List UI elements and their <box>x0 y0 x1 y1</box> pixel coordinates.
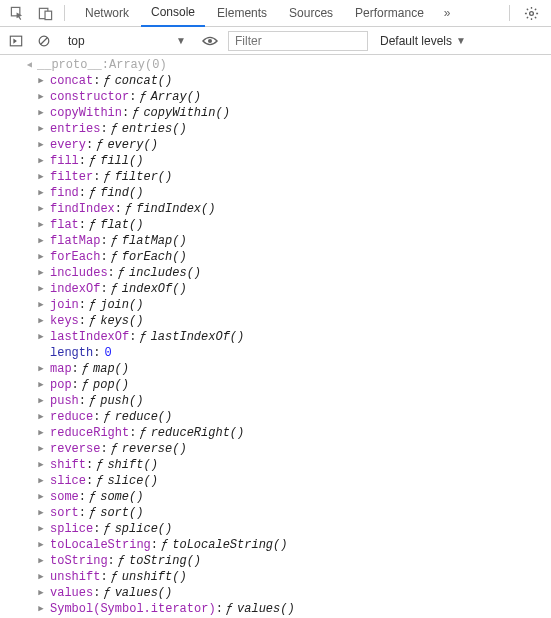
tab-console[interactable]: Console <box>141 0 205 27</box>
expand-right-icon: ▶ <box>36 473 46 489</box>
method-row[interactable]: ▶reduceRight:ƒreduceRight() <box>0 425 551 441</box>
fn-name: splice() <box>115 521 173 537</box>
method-row[interactable]: ▶findIndex:ƒfindIndex() <box>0 201 551 217</box>
method-row[interactable]: ▶reduce:ƒreduce() <box>0 409 551 425</box>
fn-name: push() <box>100 393 143 409</box>
method-row[interactable]: ▶sort:ƒsort() <box>0 505 551 521</box>
fn-name: lastIndexOf() <box>151 329 245 345</box>
method-row[interactable]: ▶copyWithin:ƒcopyWithin() <box>0 105 551 121</box>
method-row[interactable]: ▶includes:ƒincludes() <box>0 265 551 281</box>
length-row[interactable]: ▶ length: 0 <box>0 345 551 361</box>
filter-input[interactable] <box>228 31 368 51</box>
f-keyword: ƒ <box>89 153 96 169</box>
method-row[interactable]: ▶every:ƒevery() <box>0 137 551 153</box>
f-keyword: ƒ <box>111 233 118 249</box>
f-keyword: ƒ <box>139 425 146 441</box>
prop-name: shift <box>50 457 86 473</box>
method-row[interactable]: ▶filter:ƒfilter() <box>0 169 551 185</box>
method-row[interactable]: ▶concat:ƒconcat() <box>0 73 551 89</box>
f-keyword: ƒ <box>89 217 96 233</box>
method-row[interactable]: ▶shift:ƒshift() <box>0 457 551 473</box>
f-keyword: ƒ <box>125 201 132 217</box>
method-row[interactable]: ▶indexOf:ƒindexOf() <box>0 281 551 297</box>
method-row[interactable]: ▶fill:ƒfill() <box>0 153 551 169</box>
expand-right-icon: ▶ <box>36 489 46 505</box>
expand-right-icon: ▶ <box>36 89 46 105</box>
prop-name: flatMap <box>50 233 100 249</box>
method-row[interactable]: ▶map:ƒmap() <box>0 361 551 377</box>
expand-right-icon: ▶ <box>36 201 46 217</box>
method-row[interactable]: ▶flatMap:ƒflatMap() <box>0 233 551 249</box>
tab-elements[interactable]: Elements <box>207 0 277 27</box>
expand-right-icon: ▶ <box>36 457 46 473</box>
expand-right-icon: ▶ <box>36 441 46 457</box>
expand-right-icon: ▶ <box>36 73 46 89</box>
method-row[interactable]: ▶push:ƒpush() <box>0 393 551 409</box>
method-row[interactable]: ▶flat:ƒflat() <box>0 217 551 233</box>
expand-right-icon: ▶ <box>36 105 46 121</box>
method-row[interactable]: ▶splice:ƒsplice() <box>0 521 551 537</box>
svg-point-3 <box>530 11 534 15</box>
fn-name: reduce() <box>115 409 173 425</box>
live-expression-icon[interactable] <box>200 31 220 51</box>
fn-name: reverse() <box>122 441 187 457</box>
expand-right-icon: ▶ <box>36 537 46 553</box>
sidebar-toggle-icon[interactable] <box>6 31 26 51</box>
method-row[interactable]: ▶join:ƒjoin() <box>0 297 551 313</box>
method-row[interactable]: ▶keys:ƒkeys() <box>0 313 551 329</box>
method-row[interactable]: ▶constructor:ƒArray() <box>0 89 551 105</box>
log-levels-selector[interactable]: Default levels ▼ <box>376 34 470 48</box>
f-keyword: ƒ <box>111 441 118 457</box>
clear-console-icon[interactable] <box>34 31 54 51</box>
f-keyword: ƒ <box>82 377 89 393</box>
context-label: top <box>68 34 85 48</box>
prop-name: push <box>50 393 79 409</box>
method-row[interactable]: ▶unshift:ƒunshift() <box>0 569 551 585</box>
fn-name: shift() <box>107 457 157 473</box>
fn-name: flatMap() <box>122 233 187 249</box>
fn-name: every() <box>107 137 157 153</box>
expand-right-icon: ▶ <box>36 217 46 233</box>
expand-right-icon: ▶ <box>36 409 46 425</box>
f-keyword: ƒ <box>96 457 103 473</box>
prop-name: flat <box>50 217 79 233</box>
context-selector[interactable]: top ▼ <box>62 32 192 50</box>
method-row[interactable]: ▶values:ƒvalues() <box>0 585 551 601</box>
method-row[interactable]: ▶toString:ƒtoString() <box>0 553 551 569</box>
tab-network[interactable]: Network <box>75 0 139 27</box>
f-keyword: ƒ <box>96 137 103 153</box>
expand-right-icon: ▶ <box>36 313 46 329</box>
method-row[interactable]: ▶forEach:ƒforEach() <box>0 249 551 265</box>
fn-name: sort() <box>100 505 143 521</box>
device-toggle-icon[interactable] <box>32 0 58 26</box>
method-row[interactable]: ▶slice:ƒslice() <box>0 473 551 489</box>
settings-gear-icon[interactable] <box>516 6 547 21</box>
f-keyword: ƒ <box>89 313 96 329</box>
method-row[interactable]: ▶lastIndexOf:ƒlastIndexOf() <box>0 329 551 345</box>
method-row[interactable]: ▶toLocaleString:ƒtoLocaleString() <box>0 537 551 553</box>
proto-header-row[interactable]: ▼ __proto__: Array(0) <box>0 57 551 73</box>
f-keyword: ƒ <box>103 409 110 425</box>
expand-right-icon: ▶ <box>36 249 46 265</box>
fn-name: findIndex() <box>136 201 215 217</box>
method-row[interactable]: ▶find:ƒfind() <box>0 185 551 201</box>
method-row[interactable]: ▶some:ƒsome() <box>0 489 551 505</box>
expand-right-icon: ▶ <box>36 329 46 345</box>
expand-right-icon: ▶ <box>36 377 46 393</box>
more-tabs-button[interactable]: » <box>436 0 459 27</box>
svg-point-7 <box>208 38 212 42</box>
inspect-element-icon[interactable] <box>4 0 30 26</box>
f-keyword: ƒ <box>111 281 118 297</box>
prop-name: join <box>50 297 79 313</box>
expand-right-icon: ▶ <box>36 153 46 169</box>
symbol-iterator-row[interactable]: ▶ Symbol(Symbol.iterator): ƒ values() <box>0 601 551 617</box>
expand-right-icon: ▶ <box>36 137 46 153</box>
tab-sources[interactable]: Sources <box>279 0 343 27</box>
expand-right-icon: ▶ <box>36 297 46 313</box>
prop-name: keys <box>50 313 79 329</box>
prop-name: Symbol(Symbol.iterator) <box>50 601 216 617</box>
method-row[interactable]: ▶reverse:ƒreverse() <box>0 441 551 457</box>
method-row[interactable]: ▶entries:ƒentries() <box>0 121 551 137</box>
method-row[interactable]: ▶pop:ƒpop() <box>0 377 551 393</box>
tab-performance[interactable]: Performance <box>345 0 434 27</box>
